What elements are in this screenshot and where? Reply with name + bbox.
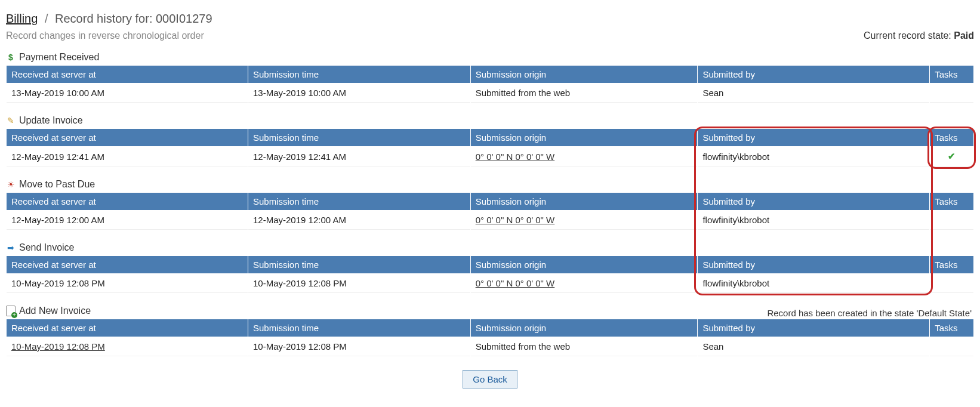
col-header-submitted-by[interactable]: Submitted by xyxy=(698,193,929,210)
history-table: Received at server atSubmission timeSubm… xyxy=(6,255,974,294)
go-back-button[interactable]: Go Back xyxy=(463,370,517,388)
cell-submission-time: 13-May-2019 10:00 AM xyxy=(248,84,470,103)
cell-tasks xyxy=(930,337,973,356)
cell-received: 12-May-2019 12:41 AM xyxy=(7,147,248,166)
col-header-tasks[interactable]: Tasks xyxy=(930,256,973,273)
history-section: ➡Send InvoiceReceived at server atSubmis… xyxy=(6,239,974,294)
history-table: Received at server atSubmission timeSubm… xyxy=(6,128,974,167)
cell-submission-origin[interactable]: 0° 0' 0" N 0° 0' 0" W xyxy=(471,211,698,230)
table-row: 13-May-2019 10:00 AM13-May-2019 10:00 AM… xyxy=(7,84,973,103)
section-heading: Add New Invoice xyxy=(6,306,91,316)
cell-tasks xyxy=(930,211,973,230)
col-header-submission-time[interactable]: Submission time xyxy=(248,256,470,273)
section-title: Move to Past Due xyxy=(19,179,95,190)
col-header-submission-origin[interactable]: Submission origin xyxy=(471,66,698,83)
record-state: Current record state: Paid xyxy=(864,30,974,41)
section-title: Payment Received xyxy=(19,52,99,63)
col-header-submission-time[interactable]: Submission time xyxy=(248,319,470,337)
cell-submitted-by: flowfinity\kbrobot xyxy=(698,274,929,293)
section-heading: ➡Send Invoice xyxy=(6,242,75,253)
cell-submission-time: 12-May-2019 12:41 AM xyxy=(248,147,470,166)
cell-received: 13-May-2019 10:00 AM xyxy=(7,84,248,103)
add-doc-icon xyxy=(6,306,16,316)
breadcrumb-sep: / xyxy=(45,12,48,25)
col-header-submitted-by[interactable]: Submitted by xyxy=(698,129,929,146)
table-row: 12-May-2019 12:00 AM12-May-2019 12:00 AM… xyxy=(7,211,973,230)
cell-received: 12-May-2019 12:00 AM xyxy=(7,211,248,230)
dollar-icon: $ xyxy=(6,53,16,62)
col-header-received[interactable]: Received at server at xyxy=(7,319,248,337)
history-table: Received at server atSubmission timeSubm… xyxy=(6,319,974,357)
check-icon[interactable]: ✔ xyxy=(935,151,969,162)
col-header-received[interactable]: Received at server at xyxy=(7,66,248,83)
col-header-submission-time[interactable]: Submission time xyxy=(248,193,470,210)
col-header-tasks[interactable]: Tasks xyxy=(930,129,973,146)
col-header-received[interactable]: Received at server at xyxy=(7,129,248,146)
cell-tasks[interactable]: ✔ xyxy=(930,147,973,166)
section-title: Send Invoice xyxy=(19,242,75,253)
col-header-tasks[interactable]: Tasks xyxy=(930,66,973,83)
col-header-submitted-by[interactable]: Submitted by xyxy=(698,256,929,273)
col-header-submitted-by[interactable]: Submitted by xyxy=(698,66,929,83)
cell-received: 10-May-2019 12:08 PM xyxy=(7,274,248,293)
cell-submission-time: 10-May-2019 12:08 PM xyxy=(248,274,470,293)
breadcrumb-root-link[interactable]: Billing xyxy=(6,12,38,25)
alarm-icon: ☀ xyxy=(6,180,16,189)
record-state-label: Current record state: xyxy=(864,30,954,41)
cell-submission-time: 12-May-2019 12:00 AM xyxy=(248,211,470,230)
section-heading: ✎Update Invoice xyxy=(6,115,83,126)
section-heading: $Payment Received xyxy=(6,52,99,63)
col-header-submission-origin[interactable]: Submission origin xyxy=(471,256,698,273)
breadcrumb: Billing / Record history for: 000I01279 xyxy=(6,12,974,26)
subhead-text: Record changes in reverse chronological … xyxy=(6,30,204,41)
table-row: 10-May-2019 12:08 PM10-May-2019 12:08 PM… xyxy=(7,337,973,356)
cell-submission-time: 10-May-2019 12:08 PM xyxy=(248,337,470,356)
cell-submitted-by: Sean xyxy=(698,84,929,103)
col-header-submission-origin[interactable]: Submission origin xyxy=(471,129,698,146)
history-section: ☀Move to Past DueReceived at server atSu… xyxy=(6,175,974,230)
history-section: Add New InvoiceRecord has been created i… xyxy=(6,302,974,357)
section-note: Record has been created in the state 'De… xyxy=(767,308,974,318)
breadcrumb-page: Record history for: 000I01279 xyxy=(55,12,212,25)
cell-submitted-by: flowfinity\kbrobot xyxy=(698,211,929,230)
cell-submitted-by: flowfinity\kbrobot xyxy=(698,147,929,166)
cell-tasks xyxy=(930,274,973,293)
cell-submission-origin[interactable]: 0° 0' 0" N 0° 0' 0" W xyxy=(471,274,698,293)
section-title: Update Invoice xyxy=(19,115,83,126)
table-row: 12-May-2019 12:41 AM12-May-2019 12:41 AM… xyxy=(7,147,973,166)
col-header-tasks[interactable]: Tasks xyxy=(930,319,973,337)
col-header-tasks[interactable]: Tasks xyxy=(930,193,973,210)
history-section: ✎Update InvoiceReceived at server atSubm… xyxy=(6,112,974,167)
col-header-submission-time[interactable]: Submission time xyxy=(248,129,470,146)
table-row: 10-May-2019 12:08 PM10-May-2019 12:08 PM… xyxy=(7,274,973,293)
cell-submission-origin[interactable]: 0° 0' 0" N 0° 0' 0" W xyxy=(471,147,698,166)
col-header-submission-origin[interactable]: Submission origin xyxy=(471,193,698,210)
cell-tasks xyxy=(930,84,973,103)
col-header-received[interactable]: Received at server at xyxy=(7,193,248,210)
cell-submitted-by: Sean xyxy=(698,337,929,356)
pencil-icon: ✎ xyxy=(6,116,16,125)
history-table: Received at server atSubmission timeSubm… xyxy=(6,192,974,230)
col-header-submission-origin[interactable]: Submission origin xyxy=(471,319,698,337)
section-heading: ☀Move to Past Due xyxy=(6,179,95,190)
col-header-submitted-by[interactable]: Submitted by xyxy=(698,319,929,337)
history-section: $Payment ReceivedReceived at server atSu… xyxy=(6,48,974,103)
cell-submission-origin: Submitted from the web xyxy=(471,337,698,356)
record-state-value: Paid xyxy=(954,30,974,41)
col-header-submission-time[interactable]: Submission time xyxy=(248,66,470,83)
cell-submission-origin: Submitted from the web xyxy=(471,84,698,103)
section-title: Add New Invoice xyxy=(19,306,91,316)
history-table: Received at server atSubmission timeSubm… xyxy=(6,65,974,103)
col-header-received[interactable]: Received at server at xyxy=(7,256,248,273)
arrow-icon: ➡ xyxy=(6,243,16,252)
cell-received[interactable]: 10-May-2019 12:08 PM xyxy=(7,337,248,356)
